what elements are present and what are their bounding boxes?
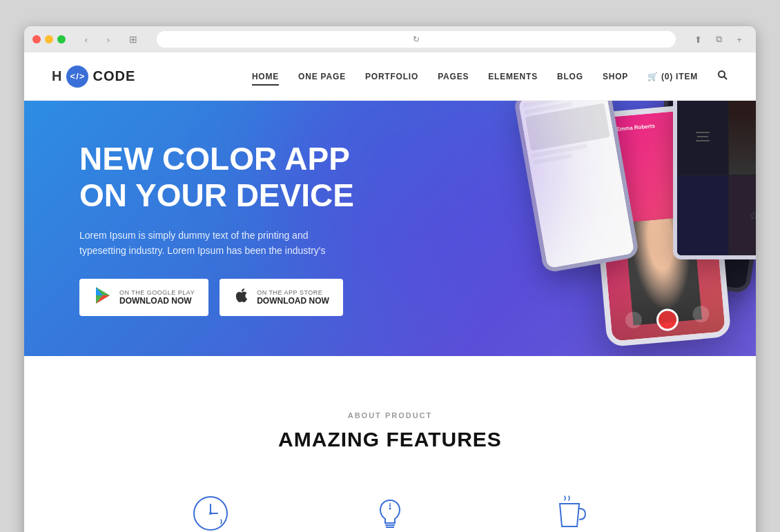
browser-actions: ⬆ ⧉ +	[690, 32, 748, 46]
cart-label: (0) ITEM	[661, 72, 698, 81]
coffee-icon	[549, 493, 590, 532]
hero-buttons: ON THE GOOGLE PLAY DOWNLOAD NOW	[79, 279, 354, 316]
section-divider: ▲	[24, 356, 756, 370]
search-button[interactable]	[717, 70, 728, 83]
nav-one-page[interactable]: ONE PAGE	[298, 72, 346, 81]
cart-icon: 🛒	[647, 72, 659, 81]
clock-icon	[190, 493, 231, 532]
share-button[interactable]: ⬆	[690, 32, 706, 46]
features-row	[24, 465, 756, 532]
google-play-action: DOWNLOAD NOW	[119, 296, 195, 306]
feature-lightbulb	[369, 493, 411, 532]
nav-elements[interactable]: ELEMENTS	[488, 72, 538, 81]
about-section: ABOUT PRODUCT AMAZING FEATURES	[24, 370, 756, 465]
logo[interactable]: H </> CODE	[52, 66, 135, 88]
svg-point-0	[719, 71, 725, 77]
logo-icon: </>	[66, 66, 88, 88]
google-play-icon	[93, 286, 113, 309]
google-play-button[interactable]: ON THE GOOGLE PLAY DOWNLOAD NOW	[79, 279, 208, 316]
lightbulb-icon	[369, 493, 411, 532]
site-header: H </> CODE HOME ONE PAGE PORTFOLIO PAGES…	[24, 52, 756, 101]
hero-title-line2: ON YOUR DEVICE	[79, 177, 354, 213]
about-label: ABOUT PRODUCT	[52, 411, 728, 420]
hero-title-line1: NEW COLOR APP	[79, 141, 350, 177]
refresh-icon: ↻	[413, 35, 420, 44]
app-store-button[interactable]: ON THE APP STORE DOWNLOAD NOW	[220, 279, 343, 316]
feature-coffee	[549, 493, 590, 532]
tablet-mockup: ☆ 🛒 ✉	[673, 101, 756, 259]
logo-icon-text: </>	[70, 71, 86, 81]
nav-home[interactable]: HOME	[252, 72, 279, 81]
svg-point-11	[209, 512, 212, 515]
new-tab-button[interactable]: +	[731, 32, 748, 46]
close-button[interactable]	[32, 35, 41, 43]
about-title: AMAZING FEATURES	[52, 428, 728, 451]
nav-pages[interactable]: PAGES	[438, 72, 469, 81]
forward-button[interactable]: ›	[99, 32, 118, 46]
nav-buttons: ‹ ›	[77, 32, 118, 46]
hero-subtitle: Lorem Ipsum is simply dummy text of the …	[79, 228, 342, 259]
app-store-label: ON THE APP STORE	[257, 289, 329, 296]
google-play-label: ON THE GOOGLE PLAY	[119, 289, 195, 296]
logo-code: CODE	[92, 68, 135, 84]
nav-blog[interactable]: BLOG	[557, 72, 583, 81]
browser-titlebar: ‹ › ⊞ ↻ ⬆ ⧉ +	[24, 26, 756, 52]
website-content: H </> CODE HOME ONE PAGE PORTFOLIO PAGES…	[24, 52, 756, 532]
nav-portfolio[interactable]: PORTFOLIO	[365, 72, 418, 81]
traffic-lights	[32, 35, 66, 43]
svg-point-15	[389, 508, 391, 510]
minimize-button[interactable]	[45, 35, 53, 43]
main-navigation: HOME ONE PAGE PORTFOLIO PAGES ELEMENTS B…	[252, 70, 728, 83]
split-view-button[interactable]: ⧉	[710, 32, 727, 46]
nav-cart[interactable]: 🛒 (0) ITEM	[647, 72, 698, 81]
apple-icon	[233, 287, 250, 308]
hero-content: NEW COLOR APP ON YOUR DEVICE Lorem Ipsum…	[79, 141, 354, 317]
maximize-button[interactable]	[57, 35, 66, 43]
svg-line-1	[724, 77, 727, 79]
app-store-text: ON THE APP STORE DOWNLOAD NOW	[257, 289, 329, 306]
back-button[interactable]: ‹	[77, 32, 96, 46]
address-bar[interactable]: ↻	[157, 31, 676, 48]
hero-title: NEW COLOR APP ON YOUR DEVICE	[79, 141, 354, 214]
tablet-screen: ☆ 🛒 ✉	[677, 101, 756, 255]
app-store-action: DOWNLOAD NOW	[257, 296, 329, 306]
hero-section: NEW COLOR APP ON YOUR DEVICE Lorem Ipsum…	[24, 101, 756, 356]
google-play-text: ON THE GOOGLE PLAY DOWNLOAD NOW	[119, 289, 195, 306]
tab-grid-button[interactable]: ⊞	[124, 32, 143, 46]
feature-clock	[190, 493, 231, 532]
nav-shop[interactable]: SHOP	[603, 72, 628, 81]
browser-window: ‹ › ⊞ ↻ ⬆ ⧉ + H </> CODE	[24, 26, 756, 532]
hero-phones: Emma Roberts	[390, 101, 756, 356]
logo-h: H	[52, 68, 62, 84]
